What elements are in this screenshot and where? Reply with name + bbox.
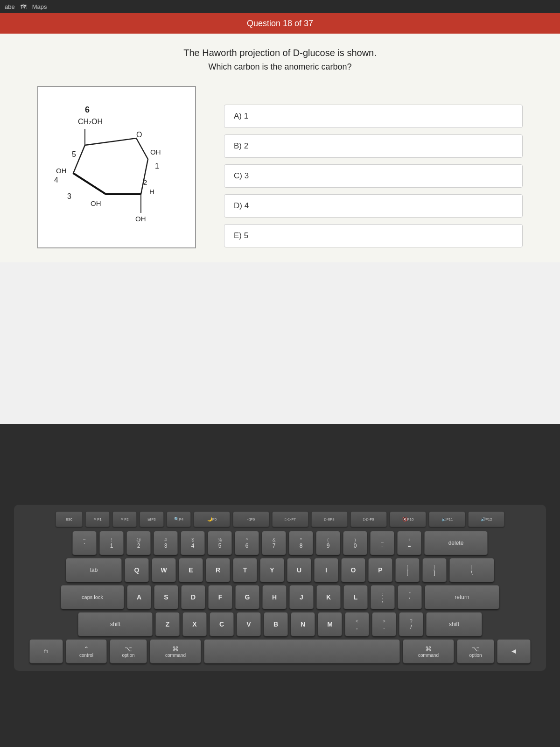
- key-1[interactable]: !1: [99, 531, 124, 555]
- key-3[interactable]: #3: [154, 531, 178, 555]
- key-z[interactable]: Z: [155, 612, 180, 636]
- asdf-row: caps lock A S D F G H J K L :; "' return: [21, 585, 539, 609]
- answer-option-a[interactable]: A) 1: [224, 105, 523, 128]
- key-5[interactable]: %5: [208, 531, 232, 555]
- key-space[interactable]: [204, 639, 400, 663]
- key-equals[interactable]: +=: [397, 531, 421, 555]
- key-option-right[interactable]: ⌥option: [457, 639, 494, 663]
- key-d[interactable]: D: [181, 585, 205, 609]
- key-r[interactable]: R: [206, 558, 230, 582]
- key-p[interactable]: P: [368, 558, 392, 582]
- key-f6[interactable]: ◁F6: [233, 511, 269, 527]
- key-slash[interactable]: ?/: [399, 612, 423, 636]
- answer-option-d[interactable]: D) 4: [224, 194, 523, 218]
- key-arrow-left[interactable]: ◄: [497, 639, 531, 663]
- key-e[interactable]: E: [179, 558, 203, 582]
- key-g[interactable]: G: [235, 585, 259, 609]
- key-s[interactable]: S: [154, 585, 178, 609]
- key-f8[interactable]: ▷IIF8: [311, 511, 348, 527]
- app-icon: 🗺: [21, 3, 27, 10]
- svg-text:2: 2: [143, 178, 147, 186]
- key-f1[interactable]: ✳F1: [85, 511, 110, 527]
- key-f9[interactable]: ▷▷F9: [350, 511, 387, 527]
- haworth-svg: 6 CH₂OH 5 OH 1: [48, 96, 188, 236]
- key-b[interactable]: B: [264, 612, 288, 636]
- fn-key-row: esc ✳F1 ✳F2 ⊞F3 🔍F4 🌙F5 ◁F6 ▷▷F7: [21, 511, 539, 527]
- svg-text:3: 3: [67, 192, 71, 200]
- key-u[interactable]: U: [287, 558, 311, 582]
- key-f4[interactable]: 🔍F4: [167, 511, 191, 527]
- key-c[interactable]: C: [210, 612, 234, 636]
- top-bar: abe 🗺 Maps: [0, 0, 560, 13]
- key-semicolon[interactable]: :;: [371, 585, 395, 609]
- key-fn[interactable]: fn: [29, 639, 63, 663]
- key-j[interactable]: J: [289, 585, 314, 609]
- quiz-header: Question 18 of 37: [0, 13, 560, 34]
- key-f12[interactable]: 🔊F12: [468, 511, 504, 527]
- svg-text:O: O: [136, 131, 142, 139]
- quiz-content: The Haworth projection of D-glucose is s…: [0, 34, 560, 262]
- key-esc[interactable]: esc: [56, 511, 83, 527]
- key-6[interactable]: ^6: [235, 531, 259, 555]
- app-name-1: abe: [5, 3, 15, 10]
- question-sub-text: Which carbon is the anomeric carbon?: [28, 62, 532, 72]
- key-x[interactable]: X: [182, 612, 207, 636]
- key-m[interactable]: M: [318, 612, 342, 636]
- key-capslock[interactable]: caps lock: [61, 585, 124, 609]
- key-f11[interactable]: 🔉F11: [429, 511, 465, 527]
- key-k[interactable]: K: [316, 585, 341, 609]
- key-w[interactable]: W: [152, 558, 176, 582]
- key-shift-right[interactable]: shift: [426, 612, 482, 636]
- key-command-right[interactable]: ⌘command: [403, 639, 454, 663]
- key-f[interactable]: F: [208, 585, 232, 609]
- key-4[interactable]: $4: [181, 531, 205, 555]
- key-comma[interactable]: <,: [345, 612, 369, 636]
- key-t[interactable]: T: [233, 558, 257, 582]
- answer-option-b[interactable]: B) 2: [224, 134, 523, 158]
- key-minus[interactable]: _-: [370, 531, 394, 555]
- structure-diagram: 6 CH₂OH 5 OH 1: [37, 86, 196, 248]
- answer-option-e[interactable]: E) 5: [224, 224, 523, 247]
- svg-text:OH: OH: [91, 199, 101, 207]
- svg-line-4: [73, 173, 106, 194]
- key-f10[interactable]: 🔇F10: [390, 511, 426, 527]
- key-control[interactable]: ⌃control: [66, 639, 107, 663]
- zxcv-row: shift Z X C V B N M <, >. ?/ shift: [21, 612, 539, 636]
- key-0[interactable]: )0: [343, 531, 367, 555]
- key-8[interactable]: *8: [289, 531, 313, 555]
- key-9[interactable]: (9: [316, 531, 340, 555]
- key-n[interactable]: N: [291, 612, 315, 636]
- svg-text:6: 6: [85, 105, 90, 114]
- key-period[interactable]: >.: [372, 612, 396, 636]
- key-bracket-open[interactable]: {[: [395, 558, 420, 582]
- answer-option-c[interactable]: C) 3: [224, 164, 523, 188]
- key-q[interactable]: Q: [125, 558, 149, 582]
- svg-text:OH: OH: [150, 148, 161, 156]
- key-command-left[interactable]: ⌘command: [150, 639, 201, 663]
- key-backtick[interactable]: ~`: [72, 531, 97, 555]
- key-h[interactable]: H: [262, 585, 287, 609]
- svg-text:OH: OH: [56, 167, 67, 175]
- key-a[interactable]: A: [127, 585, 151, 609]
- key-f7[interactable]: ▷▷F7: [272, 511, 308, 527]
- key-o[interactable]: O: [341, 558, 365, 582]
- number-row: ~` !1 @2 #3 $4 %5 ^6 &7 *8 (9 )0 _- += d…: [21, 531, 539, 555]
- key-quote[interactable]: "': [398, 585, 422, 609]
- key-y[interactable]: Y: [260, 558, 284, 582]
- question-progress: Question 18 of 37: [247, 19, 313, 28]
- key-option-left[interactable]: ⌥option: [110, 639, 147, 663]
- key-return[interactable]: return: [425, 585, 499, 609]
- key-shift-left[interactable]: shift: [78, 612, 153, 636]
- key-f3[interactable]: ⊞F3: [140, 511, 164, 527]
- key-i[interactable]: I: [314, 558, 338, 582]
- key-delete[interactable]: delete: [424, 531, 488, 555]
- key-tab[interactable]: tab: [66, 558, 122, 582]
- key-backslash[interactable]: |\: [449, 558, 494, 582]
- key-bracket-close[interactable]: }]: [422, 558, 447, 582]
- key-l[interactable]: L: [343, 585, 368, 609]
- key-f5[interactable]: 🌙F5: [194, 511, 230, 527]
- key-f2[interactable]: ✳F2: [112, 511, 137, 527]
- key-7[interactable]: &7: [262, 531, 286, 555]
- key-2[interactable]: @2: [126, 531, 151, 555]
- key-v[interactable]: V: [237, 612, 261, 636]
